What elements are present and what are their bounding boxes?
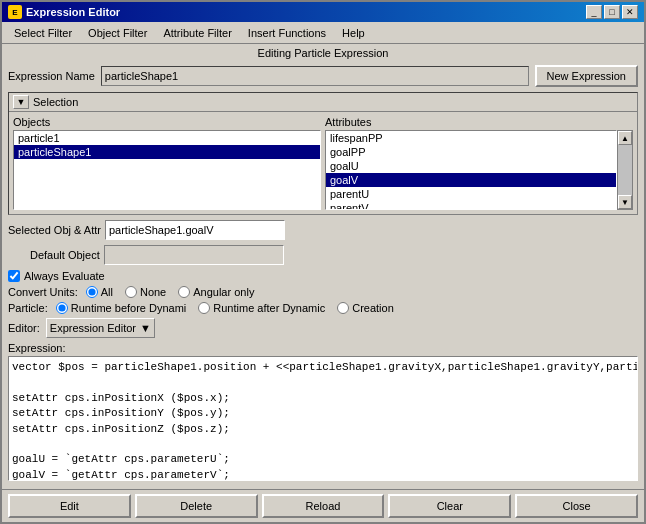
object-item-particleshape1[interactable]: particleShape1 (14, 145, 320, 159)
convert-units-label: Convert Units: (8, 286, 78, 298)
runtime-before-option: Runtime before Dynami (56, 302, 187, 314)
runtime-after-label: Runtime after Dynamic (213, 302, 325, 314)
convert-units-group: All None Angular only (86, 286, 255, 298)
subtitle-text: Editing Particle Expression (258, 47, 389, 59)
lists-row: Objects particle1 particleShape1 Attribu… (9, 112, 637, 214)
attrs-with-scroll: lifespanPP goalPP goalU goalV parentU pa… (325, 130, 633, 210)
delete-button[interactable]: Delete (135, 494, 258, 518)
attributes-listbox[interactable]: lifespanPP goalPP goalU goalV parentU pa… (325, 130, 617, 210)
convert-units-row: Convert Units: All None Angular only (2, 284, 644, 300)
expression-section-label: Expression: (2, 340, 644, 356)
object-item-particle1[interactable]: particle1 (14, 131, 320, 145)
expression-box[interactable]: vector $pos = particleShape1.position + … (8, 356, 638, 481)
convert-all-option: All (86, 286, 113, 298)
selection-panel: ▼ Selection Objects particle1 particleSh… (8, 92, 638, 215)
subtitle-bar: Editing Particle Expression (2, 44, 644, 62)
objects-list-inner: particle1 particleShape1 (14, 131, 320, 159)
scroll-down-btn[interactable]: ▼ (618, 195, 632, 209)
objects-section: Objects particle1 particleShape1 (13, 116, 321, 210)
edit-button[interactable]: Edit (8, 494, 131, 518)
title-bar: E Expression Editor _ □ ✕ (2, 2, 644, 22)
creation-radio[interactable] (337, 302, 349, 314)
attr-parentu[interactable]: parentU (326, 187, 616, 201)
expression-code[interactable]: vector $pos = particleShape1.position + … (12, 360, 634, 481)
selection-header-label: Selection (33, 96, 78, 108)
window-title: Expression Editor (26, 6, 120, 18)
runtime-after-radio[interactable] (198, 302, 210, 314)
particle-label: Particle: (8, 302, 48, 314)
particle-row: Particle: Runtime before Dynami Runtime … (2, 300, 644, 316)
runtime-before-label: Runtime before Dynami (71, 302, 187, 314)
new-expression-button[interactable]: New Expression (535, 65, 638, 87)
scroll-track[interactable] (618, 145, 632, 195)
attr-goalpp[interactable]: goalPP (326, 145, 616, 159)
editor-label: Editor: (8, 322, 40, 334)
particle-group: Runtime before Dynami Runtime after Dyna… (56, 302, 394, 314)
footer-row: Edit Delete Reload Clear Close (2, 489, 644, 522)
menu-help[interactable]: Help (334, 25, 373, 41)
selection-header: ▼ Selection (9, 93, 637, 112)
selected-obj-label: Selected Obj & Attr (8, 224, 101, 236)
always-evaluate-checkbox[interactable] (8, 270, 20, 282)
convert-angular-label: Angular only (193, 286, 254, 298)
main-window: E Expression Editor _ □ ✕ Select Filter … (0, 0, 646, 524)
attr-lifespanpp[interactable]: lifespanPP (326, 131, 616, 145)
editor-dropdown[interactable]: Expression Editor ▼ (46, 318, 155, 338)
menu-attribute-filter[interactable]: Attribute Filter (155, 25, 239, 41)
attr-goalu[interactable]: goalU (326, 159, 616, 173)
creation-label: Creation (352, 302, 394, 314)
dropdown-arrow-icon: ▼ (140, 322, 151, 334)
attributes-section: Attributes lifespanPP goalPP goalU goalV… (325, 116, 633, 210)
objects-label: Objects (13, 116, 321, 128)
menu-insert-functions[interactable]: Insert Functions (240, 25, 334, 41)
convert-all-radio[interactable] (86, 286, 98, 298)
scroll-up-btn[interactable]: ▲ (618, 131, 632, 145)
always-evaluate-row: Always Evaluate (2, 268, 644, 284)
default-obj-row: Default Object (2, 243, 644, 268)
convert-angular-radio[interactable] (178, 286, 190, 298)
menu-select-filter[interactable]: Select Filter (6, 25, 80, 41)
creation-option: Creation (337, 302, 394, 314)
convert-none-radio[interactable] (125, 286, 137, 298)
editor-value: Expression Editor (50, 322, 136, 334)
default-obj-input[interactable] (104, 245, 284, 265)
convert-angular-option: Angular only (178, 286, 254, 298)
expression-name-row: Expression Name New Expression (2, 62, 644, 90)
expression-name-input[interactable] (101, 66, 529, 86)
close-window-button[interactable]: ✕ (622, 5, 638, 19)
bottom-spacer (2, 481, 644, 489)
attributes-label: Attributes (325, 116, 633, 128)
main-content: Expression Name New Expression ▼ Selecti… (2, 62, 644, 522)
attr-parentv[interactable]: parentV (326, 201, 616, 210)
reload-button[interactable]: Reload (262, 494, 385, 518)
default-obj-label: Default Object (30, 249, 100, 261)
attrs-scrollbar[interactable]: ▲ ▼ (617, 130, 633, 210)
selected-obj-input[interactable] (105, 220, 285, 240)
menu-object-filter[interactable]: Object Filter (80, 25, 155, 41)
objects-listbox[interactable]: particle1 particleShape1 (13, 130, 321, 210)
runtime-after-option: Runtime after Dynamic (198, 302, 325, 314)
convert-none-option: None (125, 286, 166, 298)
attr-goalv[interactable]: goalV (326, 173, 616, 187)
convert-none-label: None (140, 286, 166, 298)
runtime-before-radio[interactable] (56, 302, 68, 314)
always-evaluate-label: Always Evaluate (24, 270, 105, 282)
clear-button[interactable]: Clear (388, 494, 511, 518)
app-icon: E (8, 5, 22, 19)
expression-name-label: Expression Name (8, 70, 95, 82)
title-buttons: _ □ ✕ (586, 5, 638, 19)
maximize-button[interactable]: □ (604, 5, 620, 19)
editor-row: Editor: Expression Editor ▼ (2, 316, 644, 340)
collapse-button[interactable]: ▼ (13, 95, 29, 109)
close-button[interactable]: Close (515, 494, 638, 518)
minimize-button[interactable]: _ (586, 5, 602, 19)
selected-obj-row: Selected Obj & Attr (2, 217, 644, 243)
convert-all-label: All (101, 286, 113, 298)
menu-bar: Select Filter Object Filter Attribute Fi… (2, 22, 644, 44)
title-bar-left: E Expression Editor (8, 5, 120, 19)
